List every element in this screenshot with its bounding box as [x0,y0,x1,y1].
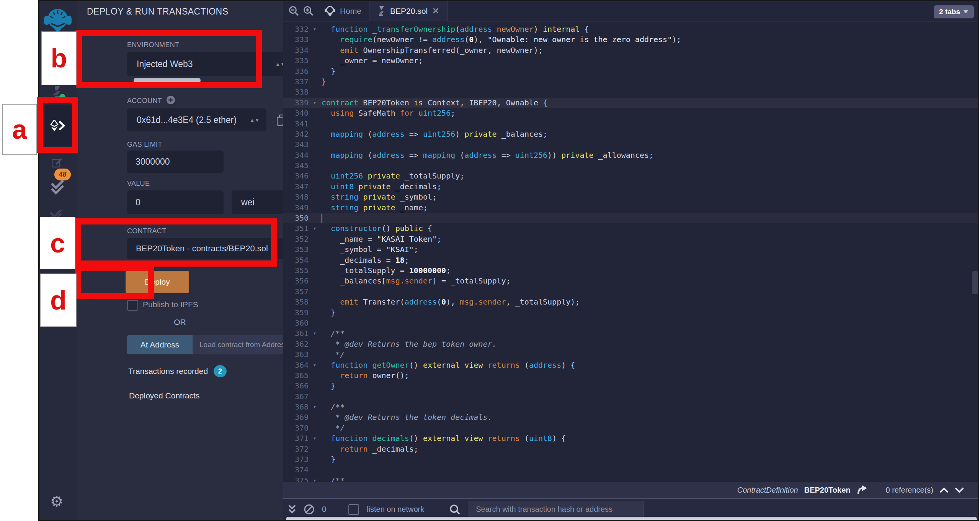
editor-zoom-in-icon[interactable] [303,6,314,16]
or-separator: OR [78,318,282,327]
goto-reference-icon[interactable] [857,485,868,495]
panel-title: DEPLOY & RUN TRANSACTIONS [87,7,229,17]
code-line[interactable]: 366 } [283,381,979,391]
code-line[interactable]: 357 [283,287,979,297]
code-line[interactable]: 338 [283,87,979,97]
text-cursor [322,214,322,223]
window-bottom-edge [286,517,977,521]
code-line[interactable]: 355 _totalSupply = 10000000; [283,265,979,276]
code-editor[interactable]: 332▾ function _transferOwnership(address… [283,21,979,482]
code-line[interactable]: 344 mapping (address => mapping (address… [283,150,979,161]
pending-tx-count: 0 [322,505,326,514]
code-line[interactable]: 364▾ function getOwner() external view r… [283,360,979,370]
clear-console-icon[interactable] [304,504,314,514]
terminal-search-input[interactable] [468,501,644,518]
references-count: 0 reference(s) [886,486,934,495]
account-label: ACCOUNT [127,97,162,105]
code-line[interactable]: 341 [283,119,979,129]
home-icon [325,5,335,17]
tab-bar: Home BEP20.sol ✕ 2 tabs [283,1,979,21]
expand-terminal-icon[interactable] [288,505,296,514]
annotation-label-b: b [41,31,77,85]
code-line[interactable]: 340 using SafeMath for uint256; [283,108,979,118]
tab-bep20-sol[interactable]: BEP20.sol ✕ [369,1,447,21]
code-line[interactable]: 372 return _decimals; [283,444,979,454]
code-line[interactable]: 375▾ /** [283,475,979,482]
tabs-count-button[interactable]: 2 tabs [934,5,974,18]
code-line[interactable]: 336 } [283,66,979,77]
transactions-recorded-label: Transactions recorded [128,367,208,376]
tab-home[interactable]: Home [317,1,369,21]
code-line[interactable]: 374 [283,465,979,475]
solidity-file-icon [377,6,385,16]
unit-testing-icon[interactable] [51,180,64,195]
code-line[interactable]: 365 return owner(); [283,370,979,381]
code-line[interactable]: 360 [283,318,979,328]
ast-node-type: ContractDefinition [737,486,798,495]
value-label: VALUE [127,180,150,188]
code-line[interactable]: 334 emit OwnershipTransferred(_owner, ne… [283,45,979,56]
code-line[interactable]: 369 * @dev Returns the token decimals. [283,412,979,423]
code-line[interactable]: 368▾ /** [283,402,979,412]
code-line[interactable]: 349 string private _name; [283,203,979,213]
code-line[interactable]: 346 uint256 private _totalSupply; [283,171,979,181]
code-line[interactable]: 351▾ constructor() public { [283,223,979,234]
code-line[interactable]: 348 string private _symbol; [283,192,979,202]
add-account-icon[interactable] [166,95,175,105]
caret-down-icon [963,10,969,14]
account-select[interactable]: 0x61d...4e3E4 (2.5 ether) ▲▼ [127,108,266,131]
annotation-rect-a [37,97,78,153]
listen-network-checkbox[interactable] [348,504,359,515]
code-line[interactable]: 343 [283,139,979,150]
annotation-label-c: c [40,217,75,269]
code-line[interactable]: 358 emit Transfer(address(0), msg.sender… [283,297,979,307]
code-line[interactable]: 333 require(newOwner != address(0), "Own… [283,34,979,45]
code-line[interactable]: 363 */ [283,349,979,360]
code-line[interactable]: 367 [283,392,979,402]
code-line[interactable]: 332▾ function _transferOwnership(address… [283,24,979,34]
annotation-rect-b [76,30,262,88]
editor-status-bar: ContractDefinition BEP20Token 0 referenc… [283,482,979,498]
annotation-label-d: d [40,274,77,327]
editor-zoom-out-icon[interactable] [289,6,299,16]
code-line[interactable]: 350 [283,213,979,223]
code-line[interactable]: 337} [283,77,979,87]
annotation-label-a: a [2,104,37,155]
select-arrows-icon: ▲▼ [250,118,266,122]
chevron-down-icon[interactable] [955,487,964,493]
gas-limit-label: GAS LIMIT [127,141,162,149]
code-line[interactable]: 353 _symbol = "KSAI"; [283,244,979,255]
chevron-up-icon[interactable] [939,487,949,493]
code-line[interactable]: 347 uint8 private _decimals; [283,182,979,192]
editor-zone: Home BEP20.sol ✕ 2 tabs [283,1,979,520]
code-line[interactable]: 373 } [283,454,979,465]
code-line[interactable]: 354 _decimals = 18; [283,255,979,265]
at-address-button[interactable]: At Address [127,335,193,354]
code-line[interactable]: 356 _balances[msg.sender] = _totalSupply… [283,276,979,286]
listen-network-label: listen on network [367,505,424,514]
value-input[interactable] [127,190,224,214]
ast-node-name: BEP20Token [804,486,851,495]
code-line[interactable]: 339▾contract BEP20Token is Context, IBEP… [283,98,979,108]
code-line[interactable]: 362 * @dev Returns the bep token owner. [283,339,979,349]
publish-ipfs-checkbox[interactable] [127,300,138,311]
search-icon [449,504,460,515]
code-line[interactable]: 361▾ /** [283,328,979,339]
transactions-count-badge: 2 [214,365,227,377]
code-line[interactable]: 352 _name = "KASAI Token"; [283,234,979,244]
publish-ipfs-label: Publish to IPFS [143,300,198,309]
editor-scrollbar[interactable] [972,271,978,294]
annotation-rect-c [75,218,277,267]
settings-gear-icon[interactable]: ⚙ [50,493,63,510]
code-line[interactable]: 370 */ [283,423,979,433]
gas-limit-input[interactable] [127,151,224,173]
code-line[interactable]: 359 } [283,308,979,318]
code-line[interactable]: 371▾ function decimals() external view r… [283,433,979,444]
code-lines: 332▾ function _transferOwnership(address… [283,24,979,482]
close-tab-icon[interactable]: ✕ [432,6,439,16]
code-line[interactable]: 342 mapping (address => uint256) private… [283,129,979,139]
code-line[interactable]: 345 [283,161,979,171]
code-line[interactable]: 335 _owner = newOwner; [283,56,979,66]
plugin-manager-icon[interactable] [52,157,62,168]
deployed-contracts-label: Deployed Contracts [129,391,199,400]
